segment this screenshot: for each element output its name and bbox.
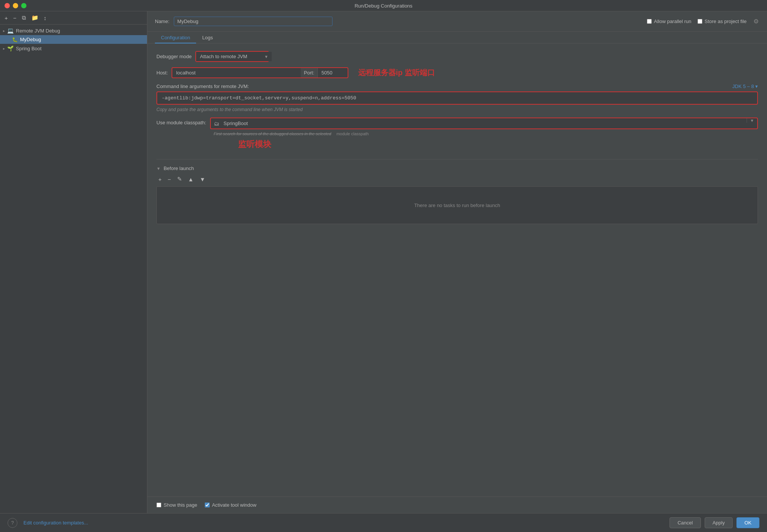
- host-label: Host:: [156, 70, 168, 76]
- remote-annotation: 远程服务器ip 监听端口: [358, 68, 435, 78]
- cmd-section: Command line arguments for remote JVM: J…: [156, 84, 758, 112]
- cmd-input-wrapper: [156, 91, 758, 105]
- before-launch-add-button[interactable]: +: [156, 175, 164, 183]
- footer: ? Edit configuration templates... Cancel…: [0, 513, 767, 532]
- jdk-link[interactable]: JDK 5 – 8 ▾: [732, 84, 758, 89]
- tab-logs[interactable]: Logs: [196, 32, 219, 43]
- activate-tool-window-label[interactable]: Activate tool window: [212, 502, 257, 508]
- ok-button[interactable]: OK: [736, 517, 759, 528]
- store-project-label[interactable]: Store as project file: [705, 19, 747, 24]
- tabs-bar: Configuration Logs: [147, 32, 767, 43]
- cmd-label: Command line arguments for remote JVM:: [156, 84, 249, 89]
- folder-button[interactable]: 📁: [30, 14, 40, 22]
- cancel-button[interactable]: Cancel: [670, 517, 701, 528]
- module-select[interactable]: SpringBoot: [222, 118, 747, 128]
- bottom-checks: Show this page Activate tool window: [147, 496, 767, 513]
- debugger-mode-select[interactable]: Attach to remote JVM Listen to remote JV…: [196, 52, 272, 61]
- before-launch-empty-message: There are no tasks to run before launch: [414, 203, 500, 208]
- host-input[interactable]: [172, 68, 301, 77]
- close-button[interactable]: [5, 3, 10, 8]
- tree-group-spring-label: Spring Boot: [16, 46, 42, 51]
- maximize-button[interactable]: [21, 3, 26, 8]
- content-area: Debugger mode Attach to remote JVM Liste…: [147, 43, 767, 496]
- port-input[interactable]: [317, 68, 348, 77]
- module-dropdown-arrow[interactable]: ▼: [747, 118, 757, 123]
- name-label: Name:: [155, 19, 169, 24]
- allow-parallel-run-row: Allow parallel run: [647, 19, 691, 24]
- sidebar-toolbar: + − ⧉ 📁 ↕: [0, 11, 147, 25]
- module-hint-plain: module classpath: [336, 131, 369, 136]
- cmd-input[interactable]: [157, 92, 757, 104]
- minimize-button[interactable]: [13, 3, 18, 8]
- mydebug-icon: 🐛: [12, 37, 18, 42]
- help-button[interactable]: ?: [8, 518, 17, 528]
- module-label: Use module classpath:: [156, 118, 206, 125]
- before-launch-up-button[interactable]: ▲: [186, 175, 196, 183]
- add-config-button[interactable]: +: [3, 14, 9, 22]
- dialog-title: Run/Debug Configurations: [354, 3, 412, 9]
- before-launch-empty: There are no tasks to run before launch: [156, 186, 758, 224]
- remove-config-button[interactable]: −: [12, 14, 18, 22]
- before-launch-down-button[interactable]: ▼: [198, 175, 207, 183]
- before-launch-section: ▼ Before launch + − ✎ ▲ ▼ There are no t…: [156, 159, 758, 224]
- before-launch-collapse-arrow[interactable]: ▼: [156, 166, 161, 171]
- tree-item-mydebug[interactable]: 🐛 MyDebug: [0, 35, 147, 44]
- debugger-mode-row: Debugger mode Attach to remote JVM Liste…: [156, 51, 758, 62]
- allow-parallel-label[interactable]: Allow parallel run: [654, 19, 691, 24]
- host-port-row: Host: Port: 远程服务器ip 监听端口: [156, 67, 758, 78]
- title-bar: Run/Debug Configurations: [0, 0, 767, 11]
- module-select-wrapper: 🗂 SpringBoot ▼: [210, 118, 758, 129]
- gear-button[interactable]: ⚙: [753, 17, 759, 26]
- sort-button[interactable]: ↕: [42, 14, 48, 22]
- name-input[interactable]: [174, 17, 332, 26]
- spring-boot-icon: 🌱: [7, 45, 14, 51]
- module-hints: First search for sources of the debugged…: [210, 131, 758, 136]
- sidebar-tree: ▸ 💻 Remote JVM Debug 🐛 MyDebug ▸ 🌱 Sprin…: [0, 25, 147, 513]
- module-annotation-wrapper: 监听模块: [232, 139, 758, 150]
- copy-config-button[interactable]: ⧉: [20, 14, 28, 22]
- module-folder-icon: 🗂: [211, 121, 222, 127]
- cmd-hint: Copy and paste the arguments to the comm…: [156, 107, 758, 112]
- tree-group-spring-arrow: ▸: [3, 46, 5, 51]
- module-hint-strikethrough: First search for sources of the debugged…: [214, 131, 331, 136]
- tab-configuration[interactable]: Configuration: [155, 32, 196, 43]
- module-row: Use module classpath: 🗂 SpringBoot ▼ Fir…: [156, 118, 758, 136]
- before-launch-header: ▼ Before launch: [156, 165, 758, 171]
- apply-button[interactable]: Apply: [705, 517, 733, 528]
- before-launch-edit-button[interactable]: ✎: [175, 175, 184, 183]
- debugger-mode-dropdown-wrapper: Attach to remote JVM Listen to remote JV…: [195, 51, 269, 62]
- name-row: Name: Allow parallel run Store as projec…: [147, 11, 767, 32]
- show-page-label[interactable]: Show this page: [164, 502, 197, 508]
- window-controls: [5, 3, 26, 8]
- before-launch-title: Before launch: [164, 165, 194, 171]
- show-page-checkbox[interactable]: [156, 503, 161, 507]
- port-label: Port:: [301, 70, 317, 76]
- tree-group-spring-boot[interactable]: ▸ 🌱 Spring Boot: [0, 44, 147, 53]
- tree-item-mydebug-label: MyDebug: [20, 37, 41, 42]
- store-as-project-row: Store as project file: [697, 19, 747, 24]
- debugger-mode-label: Debugger mode: [156, 54, 192, 59]
- name-row-right: Allow parallel run Store as project file…: [647, 17, 759, 26]
- activate-tool-window-checkbox[interactable]: [205, 503, 210, 507]
- cmd-header: Command line arguments for remote JVM: J…: [156, 84, 758, 89]
- footer-right: Cancel Apply OK: [670, 517, 759, 528]
- tree-group-arrow: ▸: [3, 29, 5, 33]
- remote-jvm-icon: 💻: [7, 28, 14, 34]
- show-page-row: Show this page: [156, 502, 197, 508]
- sidebar: + − ⧉ 📁 ↕ ▸ 💻 Remote JVM Debug 🐛 MyDebug…: [0, 11, 147, 513]
- before-launch-toolbar: + − ✎ ▲ ▼: [156, 175, 758, 183]
- config-panel: Name: Allow parallel run Store as projec…: [147, 11, 767, 513]
- activate-tool-window-row: Activate tool window: [205, 502, 257, 508]
- tree-group-remote-jvm[interactable]: ▸ 💻 Remote JVM Debug: [0, 26, 147, 35]
- store-project-checkbox[interactable]: [697, 19, 702, 24]
- before-launch-remove-button[interactable]: −: [166, 175, 173, 183]
- host-port-wrapper: Port:: [172, 67, 348, 78]
- module-annotation: 监听模块: [238, 139, 271, 149]
- edit-templates-link[interactable]: Edit configuration templates...: [23, 520, 88, 526]
- main-layout: + − ⧉ 📁 ↕ ▸ 💻 Remote JVM Debug 🐛 MyDebug…: [0, 11, 767, 513]
- tree-group-label: Remote JVM Debug: [16, 28, 60, 34]
- footer-left: ? Edit configuration templates...: [8, 518, 88, 528]
- allow-parallel-checkbox[interactable]: [647, 19, 652, 24]
